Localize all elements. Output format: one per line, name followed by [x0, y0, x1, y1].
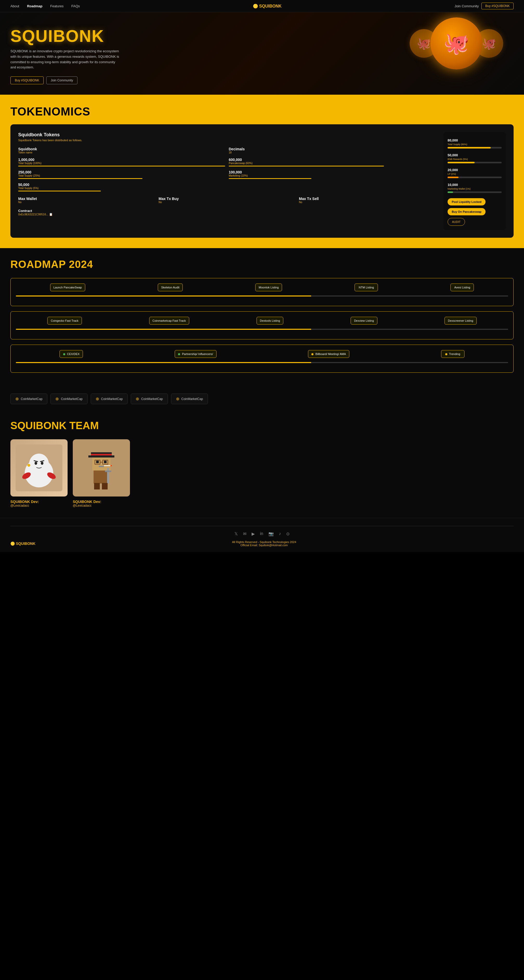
svg-rect-24 [107, 468, 109, 484]
partner-icon-2: ⊕ [56, 396, 59, 401]
partner-label-5: CoinMarketCap [181, 397, 203, 401]
partner-4[interactable]: ⊕ CoinMarketCap [131, 393, 168, 404]
supply-5-bar [18, 191, 101, 191]
nav-about[interactable]: About [10, 4, 19, 8]
marketing-bar [229, 178, 311, 179]
footer-social: 𝕏 ✉ ▶ in 📷 ♪ ⊙ [10, 531, 514, 536]
team-name-1: SQUIBONK Dev: [10, 500, 68, 504]
svg-point-3 [35, 461, 37, 465]
nav-faqs[interactable]: FAQs [71, 4, 80, 8]
svg-rect-15 [91, 454, 112, 455]
supply-25-bar [18, 178, 143, 179]
footer-logo: 🟡 SQUIBONK [10, 541, 35, 546]
token-extra: Max Wallet No Max Tx Buy No Max Tx Sell … [18, 197, 436, 204]
token-action-buttons: Pool Liquidity Locked Buy On Pancakeswap… [448, 198, 502, 226]
token-card-subtitle: Squidbonk Tokens has been distributed as… [18, 138, 436, 142]
roadmap-phase1-items: Launch PancakeSwap Skeleton Audit Moonto… [16, 283, 508, 291]
chart-bars: 80,000 Total Supply (80%) 50,000 BNB Rew… [448, 138, 502, 193]
roadmap-phase3-items: CEX/DEX Partnership/ Influencers/ Billbo… [16, 350, 508, 358]
token-info: Squidbonk Tokens Squidbonk Tokens has be… [18, 132, 436, 230]
team-title: SQUIBONK TEAM [10, 420, 514, 431]
partner-3[interactable]: ⊕ CoinMarketCap [91, 393, 128, 404]
roadmap-item-partnership: Partnership/ Influencers/ [175, 350, 216, 358]
roadmap-dot-billboard [311, 353, 313, 355]
nav-buy-button[interactable]: Buy #SQUIBONK [481, 3, 514, 10]
social-youtube[interactable]: ▶ [252, 531, 255, 536]
team-avatar-1 [10, 439, 68, 496]
roadmap-item-dexview: Dexview Listing [351, 317, 377, 325]
partners-row: ⊕ CoinMarketCap ⊕ CoinMarketCap ⊕ CoinMa… [0, 388, 524, 409]
nav-links: About Roadmap Features FAQs [10, 4, 80, 8]
roadmap-phase-2: Coingecko Fast Track Coinmarketcap Fast … [10, 311, 514, 339]
social-email[interactable]: ✉ [243, 531, 246, 536]
roadmap-item-billboard: Billboard/ Meeting/ AMA [308, 350, 349, 358]
team-avatar-svg-2 [78, 444, 125, 491]
tokenomics-section: TOKENOMICS Squidbonk Tokens Squidbonk To… [0, 95, 524, 248]
token-card-title: Squidbonk Tokens [18, 132, 436, 138]
partner-label-1: CoinMarketCap [21, 397, 42, 401]
chart-bar-20000: 20,000 LP (2%) [448, 168, 502, 178]
token-marketing-item: 100,000 Marketing (10%) [229, 170, 436, 179]
svg-point-4 [41, 461, 43, 465]
social-tiktok[interactable]: ♪ [279, 531, 281, 536]
mascot-main: 🐙 [430, 18, 483, 70]
svg-rect-23 [111, 465, 112, 466]
social-linkedin[interactable]: in [260, 531, 263, 536]
roadmap-line-1 [16, 296, 508, 296]
svg-rect-22 [104, 465, 111, 466]
team-avatar-2 [73, 439, 130, 496]
roadmap-line-3 [16, 362, 508, 363]
svg-point-2 [29, 453, 49, 474]
hero-buy-button[interactable]: Buy #SQUIBONK [10, 76, 44, 84]
tokenomics-card: Squidbonk Tokens Squidbonk Tokens has be… [10, 124, 514, 238]
footer-copy: All Rights Reserved - Squibonk Technolog… [232, 541, 296, 544]
team-handle-2: @Lexicadacc [73, 504, 130, 508]
chart-bar-80000: 80,000 Total Supply (80%) [448, 138, 502, 148]
svg-rect-17 [104, 461, 106, 463]
hero-join-button[interactable]: Join Community [46, 76, 78, 84]
hero-buttons: Buy #SQUIBONK Join Community [10, 76, 119, 84]
team-member-1: SQUIBONK Dev: @Lexicadacc [10, 439, 68, 508]
svg-rect-26 [94, 483, 100, 490]
social-github[interactable]: ⊙ [286, 531, 289, 536]
pool-liquidity-button[interactable]: Pool Liquidity Locked [448, 198, 486, 205]
token-supply-100-item: 1,000,000 Total Supply (100%) [18, 158, 225, 167]
roadmap-item-dextools: Dextools Listing [257, 317, 284, 325]
roadmap-item-skeleton: Skeleton Audit [158, 283, 183, 291]
team-member-2: SQUIBONK Dev: @Lexicadacc [73, 439, 130, 508]
roadmap-item-avesi: Avesi Listing [451, 283, 474, 291]
nav-features[interactable]: Features [50, 4, 64, 8]
roadmap-dot-trending [445, 353, 447, 355]
nav-join-community[interactable]: Join Community [454, 4, 479, 8]
pancakeswap-bar [229, 165, 384, 167]
partner-2[interactable]: ⊕ CoinMarketCap [51, 393, 87, 404]
nav-logo: 🟡 SQUIBONK [253, 4, 282, 9]
token-decimals-item: Decimals 18 [229, 147, 436, 154]
roadmap-phase-1: Launch PancakeSwap Skeleton Audit Moonto… [10, 278, 514, 306]
partner-icon-1: ⊕ [15, 396, 19, 401]
hero-description: SQUIBONK is an innovative crypto project… [10, 49, 119, 70]
svg-rect-21 [99, 466, 104, 467]
partner-5[interactable]: ⊕ CoinMarketCap [171, 393, 208, 404]
svg-rect-14 [88, 455, 114, 458]
token-chart: 80,000 Total Supply (80%) 50,000 BNB Rew… [443, 132, 506, 230]
roadmap-dot-partnership [178, 353, 180, 355]
roadmap-item-dexscreener: Dexscreener Listing [445, 317, 476, 325]
audit-button[interactable]: AUDIT [448, 218, 465, 226]
svg-rect-27 [102, 483, 108, 490]
token-supply-5-item: 50,000 Total Supply (5%) [18, 183, 225, 191]
svg-point-7 [27, 464, 30, 466]
social-instagram[interactable]: 📷 [268, 531, 274, 536]
roadmap-phase-3: CEX/DEX Partnership/ Influencers/ Billbo… [10, 345, 514, 373]
hero-title: SQUIBONK [10, 28, 119, 45]
roadmap-item-ntm: NTM Listing [354, 283, 378, 291]
partner-icon-3: ⊕ [96, 396, 99, 401]
tokenomics-title: TOKENOMICS [10, 105, 514, 118]
roadmap-section: ROADMAP 2024 Launch PancakeSwap Skeleton… [0, 248, 524, 388]
partner-1[interactable]: ⊕ CoinMarketCap [10, 393, 47, 404]
buy-pancakeswap-button[interactable]: Buy On Pancakeswap [448, 208, 486, 215]
contract-section: Contract 0xEc9E63221C99516... 📋 [18, 209, 436, 216]
nav-roadmap[interactable]: Roadmap [27, 4, 42, 8]
roadmap-item-cex: CEX/DEX [60, 350, 83, 358]
social-twitter[interactable]: 𝕏 [235, 531, 238, 536]
